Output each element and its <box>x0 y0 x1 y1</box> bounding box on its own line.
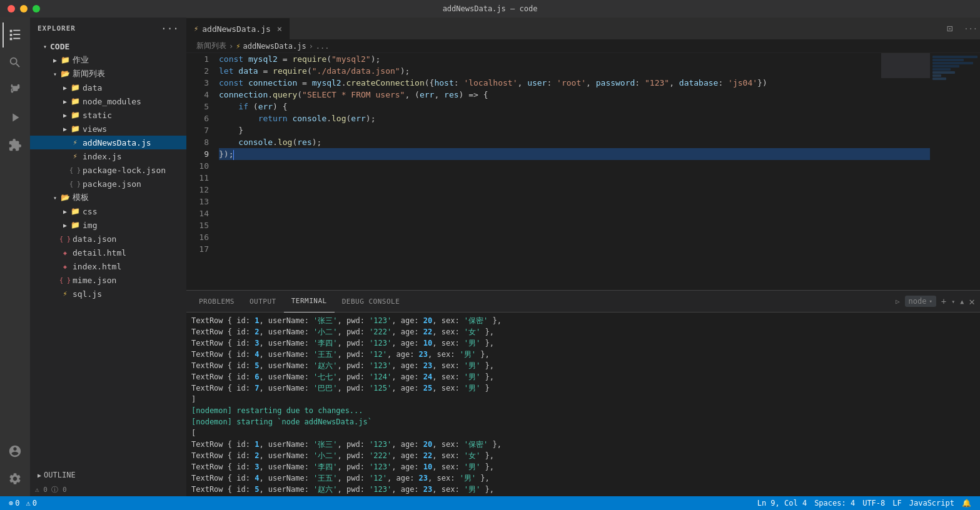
activity-explorer[interactable] <box>3 22 28 48</box>
sidebar-item-zuoye[interactable]: ▶ 📁 作业 <box>30 53 186 67</box>
status-encoding[interactable]: UTF-8 <box>859 496 889 510</box>
sidebar-item-indexhtml[interactable]: ▶ ◈ index.html <box>30 259 186 273</box>
sidebar-item-package-lock[interactable]: ▶ { } package-lock.json <box>30 163 186 177</box>
sidebar-item-data[interactable]: ▶ 📁 data <box>30 81 186 94</box>
terminal-line-2: TextRow { id: 2, userName: '小二', pwd: '2… <box>191 326 975 338</box>
sidebar-item-package[interactable]: ▶ { } package.json <box>30 177 186 191</box>
tab-more-button[interactable]: ··· <box>961 24 980 33</box>
sidebar-item-datajson[interactable]: ▶ { } data.json <box>30 232 186 246</box>
panel-add-button[interactable]: + <box>941 296 946 306</box>
tab-problems[interactable]: PROBLEMS <box>191 291 242 312</box>
sidebar-item-css[interactable]: ▶ 📁 css <box>30 204 186 218</box>
sidebar-more-icon[interactable]: ··· <box>161 22 179 34</box>
sidebar-item-views[interactable]: ▶ 📁 views <box>30 122 186 136</box>
sidebar-item-muban[interactable]: ▾ 📂 模板 <box>30 191 186 204</box>
panel-area: PROBLEMS OUTPUT TERMINAL DEBUG CONSOLE ▷ <box>186 290 980 496</box>
status-language[interactable]: JavaScript <box>906 496 958 510</box>
activity-bar <box>0 18 30 496</box>
status-eol[interactable]: LF <box>889 496 905 510</box>
breadcrumb-part1: 新闻列表 <box>196 41 226 51</box>
maximize-button[interactable] <box>33 5 40 12</box>
terminal-line-13: TextRow { id: 4, userName: '王五', pwd: '1… <box>191 472 975 484</box>
panel-node-button[interactable]: node ▾ <box>905 296 936 307</box>
terminal-line-11: TextRow { id: 2, userName: '小二', pwd: '2… <box>191 450 975 461</box>
ln1: 1 <box>191 53 209 65</box>
code-line-7: } <box>219 124 930 136</box>
sidebar: EXPLORER ··· ▾ CODE ▶ 📁 作业 ▾ <box>30 18 186 496</box>
run-icon: ▷ <box>896 298 900 306</box>
panel-tabs: PROBLEMS OUTPUT TERMINAL DEBUG CONSOLE ▷ <box>186 291 980 312</box>
breadcrumb-icon: ⚡ <box>236 42 240 51</box>
sidebar-item-node-modules[interactable]: ▶ 📁 node_modules <box>30 94 186 108</box>
sidebar-item-detailhtml[interactable]: ▶ ◈ detail.html <box>30 246 186 259</box>
sidebar-item-static[interactable]: ▶ 📁 static <box>30 108 186 122</box>
activity-source-control[interactable] <box>3 78 28 102</box>
sidebar-title: EXPLORER <box>38 24 76 32</box>
ln5: 5 <box>191 101 209 112</box>
code-line-15 <box>219 219 930 231</box>
minimize-button[interactable] <box>20 5 28 12</box>
ln9: 9 <box>191 148 209 160</box>
sidebar-item-indexjs[interactable]: ▶ ⚡ index.js <box>30 149 186 163</box>
editor-area: ⚡ addNewsData.js × ⊡ ··· 新闻列表 › ⚡ addNew… <box>186 18 980 496</box>
sidebar-item-img[interactable]: ▶ 📁 img <box>30 218 186 232</box>
ln13: 13 <box>191 196 209 208</box>
window-controls[interactable] <box>8 5 40 12</box>
close-button[interactable] <box>8 5 15 12</box>
status-bell-icon[interactable]: 🔔 <box>958 496 975 510</box>
ln14: 14 <box>191 208 209 219</box>
code-line-2: let data = require("./data/data.json"); <box>219 65 930 77</box>
ln11: 11 <box>191 172 209 184</box>
sidebar-item-sqljs[interactable]: ▶ ⚡ sql.js <box>30 287 186 301</box>
split-editor-button[interactable]: ⊡ <box>944 22 956 34</box>
sidebar-header: EXPLORER ··· <box>30 18 186 39</box>
code-line-10 <box>219 160 930 172</box>
sidebar-item-xinwen[interactable]: ▾ 📂 新闻列表 <box>30 67 186 81</box>
terminal-line-nodemon2: [nodemon] starting `node addNewsData.js` <box>191 416 975 428</box>
panel-chevron-down-icon[interactable]: ▲ <box>960 298 964 305</box>
outline-section[interactable]: ▶ OUTLINE <box>30 468 186 482</box>
code-line-16 <box>219 231 930 243</box>
status-errors[interactable]: ⊗ 0 ⚠ 0 <box>5 496 41 510</box>
line-numbers: 1 2 3 4 5 6 7 8 9 10 11 12 13 14 15 16 1 <box>186 53 214 290</box>
code-line-4: connection.query("SELECT * FROM users", … <box>219 89 930 101</box>
activity-run[interactable] <box>3 105 28 130</box>
tab-file-icon: ⚡ <box>194 24 198 33</box>
activity-extensions[interactable] <box>3 132 28 158</box>
file-tree: ▾ CODE ▶ 📁 作业 ▾ 📂 新闻列表 <box>30 39 186 468</box>
panel-chevron-up-icon[interactable]: ▾ <box>951 298 955 305</box>
status-spaces[interactable]: Spaces: 4 <box>811 496 859 510</box>
warning-count: ⚠ 0 <box>26 499 36 508</box>
editor-tab-addnewsdata[interactable]: ⚡ addNewsData.js × <box>186 18 290 39</box>
code-line-12 <box>219 184 930 196</box>
ln16: 16 <box>191 231 209 243</box>
code-line-17 <box>219 243 930 255</box>
activity-settings[interactable] <box>3 466 28 491</box>
activity-search[interactable] <box>3 50 28 75</box>
code-editor[interactable]: 1 2 3 4 5 6 7 8 9 10 11 12 13 14 15 16 1 <box>186 53 980 290</box>
status-bar-right: Ln 9, Col 4 Spaces: 4 UTF-8 LF JavaScrip… <box>754 496 975 510</box>
tab-output[interactable]: OUTPUT <box>242 291 284 312</box>
sidebar-item-code-section[interactable]: ▾ CODE <box>30 39 186 53</box>
ln4: 4 <box>191 89 209 101</box>
panel-dropdown-icon: ▾ <box>929 298 932 304</box>
code-lines: const mysql2 = require("mysql2"); let da… <box>214 53 930 290</box>
sidebar-item-mimejson[interactable]: ▶ { } mime.json <box>30 273 186 287</box>
status-bar: ⊗ 0 ⚠ 0 Ln 9, Col 4 Spaces: 4 UTF-8 LF J… <box>0 496 980 510</box>
code-line-5: if (err) { <box>219 101 930 112</box>
main-container: EXPLORER ··· ▾ CODE ▶ 📁 作业 ▾ <box>0 18 980 496</box>
terminal-line-7: TextRow { id: 7, userName: '巴巴', pwd: '1… <box>191 382 975 394</box>
titlebar: addNewsData.js — code <box>0 0 980 18</box>
sidebar-item-addnewsdata[interactable]: ▶ ⚡ addNewsData.js <box>30 136 186 149</box>
terminal-line-nodemon1: [nodemon] restarting due to changes... <box>191 405 975 416</box>
activity-account[interactable] <box>3 439 28 464</box>
error-count: ⊗ 0 <box>9 499 19 508</box>
code-line-11 <box>219 172 930 184</box>
tab-terminal[interactable]: TERMINAL <box>284 291 335 312</box>
panel-close-button[interactable]: ✕ <box>969 296 975 308</box>
tab-close-icon[interactable]: × <box>277 24 282 34</box>
terminal-content[interactable]: TextRow { id: 1, userName: '张三', pwd: '1… <box>186 312 980 496</box>
tab-debug-console[interactable]: DEBUG CONSOLE <box>335 291 408 312</box>
status-line-col[interactable]: Ln 9, Col 4 <box>754 496 811 510</box>
breadcrumb-part3: ... <box>316 42 330 51</box>
